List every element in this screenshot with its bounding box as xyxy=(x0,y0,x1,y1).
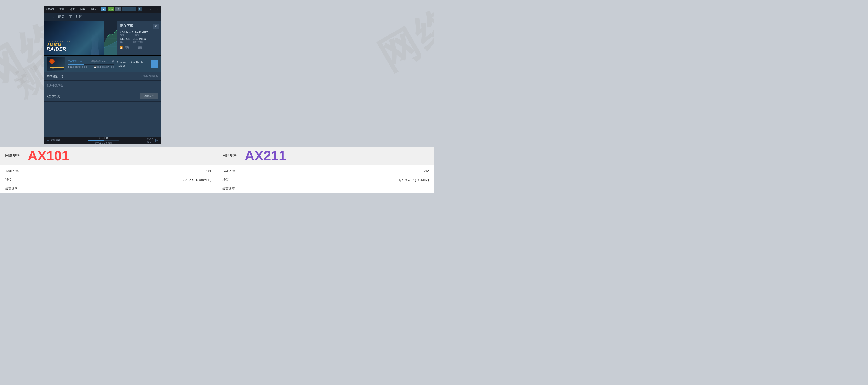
title-bar: Steam 直看 好友 游戏 帮助 ▶ 28✉ ? 🔍 — □ × xyxy=(44,6,161,12)
menu-games[interactable]: 游戏 xyxy=(79,7,86,12)
comp-right-section-label: 网络规格 xyxy=(222,153,237,158)
comp-right-value-1: 2.4, 5, 6 GHz (160MHz) xyxy=(396,178,429,182)
comp-right-value-0: 2x2 xyxy=(424,169,429,173)
pause-button[interactable]: ⏸ xyxy=(151,60,158,68)
menu-friends[interactable]: 好友 xyxy=(69,7,76,12)
comp-left-label-1: 频带 xyxy=(5,178,11,182)
game-art: SHADOW OF THE TOMB RAIDER xyxy=(44,22,104,55)
progress-header: 正在下载 35% 剩余时间: 05 分 26 秒 xyxy=(68,60,114,63)
clear-all-button[interactable]: 清除全部 xyxy=(140,93,158,99)
search-icon[interactable]: 🔍 xyxy=(137,7,142,11)
stat-disk: 61.5 MB/s 磁盘使用量 xyxy=(132,37,146,43)
stat-disk-label: 磁盘使用量 xyxy=(132,40,146,43)
progress-bar-container xyxy=(68,64,114,65)
comp-right-row-2: 最高速率 xyxy=(222,185,429,192)
game-logo: SHADOW OF THE TOMB RAIDER xyxy=(47,40,71,52)
download-progress: 正在下载 35% 剩余时间: 05 分 26 秒 ⬇ 12.8 GB / 30.… xyxy=(68,60,114,68)
completed-title: 已完成 (1) xyxy=(47,94,60,98)
maximize-btn[interactable]: □ xyxy=(149,7,154,11)
menu-bar: Steam 直看 好友 游戏 帮助 xyxy=(46,7,97,12)
active-download-row: TOMB RAIDER 正在下载 35% 剩余时间: 05 分 26 秒 ⬇ 1… xyxy=(44,55,161,72)
comp-right-label-0: TX/RX 流 xyxy=(222,169,236,173)
help-btn[interactable]: ? xyxy=(115,7,121,11)
watermark-text3: 网络 xyxy=(369,0,434,83)
network-label: 网络 xyxy=(125,46,129,49)
back-btn[interactable]: ← xyxy=(47,15,50,19)
bottom-progress-bar xyxy=(88,140,119,141)
menu-help[interactable]: 帮助 xyxy=(90,7,97,12)
logo-raider: RAIDER xyxy=(47,47,71,52)
stat-total-label: 总计 xyxy=(120,40,130,43)
comp-right-header: 网络规格 AX211 xyxy=(217,147,434,165)
stat-peak-label: 峰值 xyxy=(135,33,149,36)
comp-right-model: AX211 xyxy=(245,149,286,162)
disk-icon: — xyxy=(133,47,135,49)
comp-left-section-label: 网络规格 xyxy=(5,153,20,158)
notification-btn[interactable]: 28✉ xyxy=(107,7,114,11)
bottom-center: 正在下载 已完成 1/ 2 个项目 xyxy=(62,136,145,144)
comp-right-row-1: 频带 2.4, 5, 6 GHz (160MHz) xyxy=(222,177,429,183)
forward-btn[interactable]: → xyxy=(52,15,55,19)
stats-title: 正在下载 xyxy=(120,24,158,28)
stat-current: 57.4 MB/s 当前 xyxy=(120,30,133,36)
friends-label: 好友与聊天 xyxy=(147,137,154,144)
progress-sizes: ⬇ 12.8 GB / 30.3 GB 💾 13.1 GB / 37.4 GB xyxy=(68,66,114,68)
comp-right-label-1: 频带 xyxy=(222,178,228,182)
nav-bar: ← → 商店 库 社区 xyxy=(44,12,161,22)
stat-total-value: 13.8 GB xyxy=(120,37,130,40)
completed-section: 已完成 (1) 清除全部 xyxy=(44,91,161,101)
game-thumbnail: TOMB RAIDER xyxy=(47,57,65,70)
add-game-btn[interactable]: + 添加游戏 xyxy=(46,139,60,142)
stats-panel: ⚙ 正在下载 57.4 MB/s 当前 57.9 MB/s 峰值 xyxy=(117,22,161,55)
menu-view[interactable]: 直看 xyxy=(58,7,65,12)
queue-section: 即将进行 (0) 已启用自动更新 队列中无下载 已完成 (1) 清除全部 xyxy=(44,72,161,137)
queue-header: 即将进行 (0) 已启用自动更新 xyxy=(44,72,161,81)
comp-left-value-1: 2.4, 5 GHz (80MHz) xyxy=(183,178,211,182)
comp-left-row-2: 最高速率 xyxy=(5,185,211,192)
stat-peak-value: 57.9 MB/s xyxy=(135,30,149,33)
search-field[interactable] xyxy=(122,7,136,11)
minimize-btn[interactable]: — xyxy=(143,7,148,11)
bottom-status: 正在下载 xyxy=(99,136,108,140)
bottom-bar: + 添加游戏 正在下载 已完成 1/ 2 个项目 好友与聊天 + xyxy=(44,137,161,144)
stat-current-value: 57.4 MB/s xyxy=(120,30,133,33)
stats-row: 57.4 MB/s 当前 57.9 MB/s 峰值 xyxy=(120,30,158,36)
nav-library[interactable]: 库 xyxy=(69,14,72,19)
stats-legend: 📶 网络 — 硬盘 xyxy=(120,46,158,49)
comp-left-row-1: 频带 2.4, 5 GHz (80MHz) xyxy=(5,177,211,183)
comp-right-label-2: 最高速率 xyxy=(222,186,235,191)
bottom-sub-status: 已完成 1/ 2 个项目 xyxy=(95,142,112,144)
nav-community[interactable]: 社区 xyxy=(76,14,82,19)
completed-header: 已完成 (1) 清除全部 xyxy=(44,91,161,101)
menu-steam[interactable]: Steam xyxy=(46,7,55,12)
stats-row-2: 13.8 GB 总计 61.5 MB/s 磁盘使用量 xyxy=(120,37,158,43)
comp-left-table: TX/RX 流 1x1 频带 2.4, 5 GHz (80MHz) 最高速率 xyxy=(0,165,217,192)
close-btn[interactable]: × xyxy=(155,7,159,11)
comp-left-label-2: 最高速率 xyxy=(5,186,18,191)
friends-chat-btn[interactable]: 好友与聊天 xyxy=(147,137,154,144)
comparison-left: 网络规格 AX101 TX/RX 流 1x1 频带 2.4, 5 GHz (80… xyxy=(0,147,217,192)
size-total: 30.3 GB xyxy=(79,66,87,68)
settings-btn[interactable]: ⚙ xyxy=(153,24,159,29)
network-icon: 📶 xyxy=(120,47,123,49)
bottom-right: 好友与聊天 + xyxy=(147,137,159,144)
game-name-area: Shadow of the Tomb Raider xyxy=(117,61,148,67)
add-chat-btn[interactable]: + xyxy=(155,139,159,142)
game-title: Shadow of the Tomb Raider xyxy=(117,61,148,67)
progress-bar-fill xyxy=(68,64,84,65)
queue-title: 即将进行 (0) xyxy=(47,75,63,78)
time-remaining: 剩余时间: 05 分 26 秒 xyxy=(91,60,114,63)
nav-links: 商店 库 社区 xyxy=(58,14,82,19)
disk-icon2: 💾 xyxy=(94,66,97,68)
bottom-progress-fill xyxy=(88,140,103,141)
download-icon: ⬇ xyxy=(68,66,69,68)
nav-store[interactable]: 商店 xyxy=(58,14,64,19)
disk-used: 13.1 GB xyxy=(97,66,105,68)
steam-icon-btn[interactable]: ▶ xyxy=(101,7,106,11)
pause-icon: ⏸ xyxy=(153,62,156,66)
lara-silhouette xyxy=(90,32,100,55)
download-graph: ⚙ 正在下载 57.4 MB/s 当前 57.9 MB/s 峰值 xyxy=(104,22,161,55)
comp-left-value-0: 1x1 xyxy=(206,169,211,173)
empty-queue-text: 队列中无下载 xyxy=(44,81,161,91)
steam-window: Steam 直看 好友 游戏 帮助 ▶ 28✉ ? 🔍 — □ × ← → 商店… xyxy=(44,6,161,144)
